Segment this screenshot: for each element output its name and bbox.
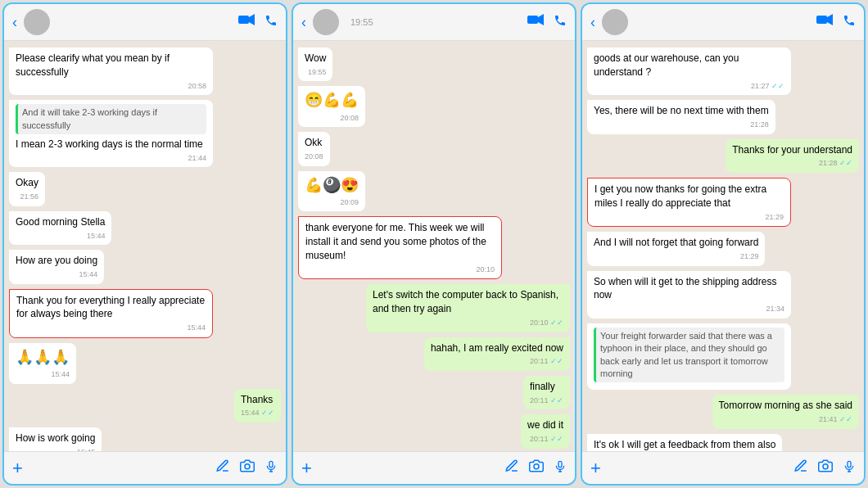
chat-footer: + <box>4 451 286 484</box>
message-row: hahah, I am really excited now20:11 ✓✓ <box>298 337 570 371</box>
message-time: 21:28 <box>594 120 769 130</box>
message-bubble: thank everyone for me. This week we will… <box>298 216 502 279</box>
read-ticks: ✓✓ <box>771 82 784 90</box>
chat-panel-1: ‹Please clearify what you mean by if suc… <box>2 2 287 486</box>
message-row: 💪🎱😍20:09 <box>298 171 570 212</box>
compose-icon[interactable] <box>215 459 230 478</box>
message-time: 20:10 <box>305 264 495 275</box>
video-call-icon[interactable] <box>816 14 833 30</box>
header-action-icons <box>527 14 567 30</box>
video-call-icon[interactable] <box>527 14 544 30</box>
message-text: Tomorrow morning as she said <box>719 399 852 413</box>
phone-call-icon[interactable] <box>554 14 567 30</box>
phone-call-icon[interactable] <box>843 14 856 30</box>
message-row: So when will it get to the shipping addr… <box>587 271 859 319</box>
phone-call-icon[interactable] <box>264 14 278 30</box>
message-bubble: finally20:11 ✓✓ <box>523 376 570 409</box>
svg-marker-7 <box>538 14 544 25</box>
microphone-icon[interactable] <box>264 459 278 478</box>
message-bubble: Tomorrow morning as she said21:41 ✓✓ <box>712 395 859 428</box>
message-text: Wow <box>305 52 326 66</box>
message-row: Let's switch the computer back to Spanis… <box>298 284 570 332</box>
chat-footer: + <box>582 451 864 484</box>
message-bubble: we did it20:11 ✓✓ <box>521 414 570 448</box>
read-ticks: ✓✓ <box>839 159 852 167</box>
svg-point-14 <box>823 463 828 468</box>
message-bubble: Please clearify what you mean by if succ… <box>9 47 213 95</box>
message-row: And I will not forget that going forward… <box>587 232 859 265</box>
message-text: Let's switch the computer back to Spanis… <box>373 288 563 316</box>
message-time: 20:08 <box>305 151 323 162</box>
svg-marker-1 <box>249 14 255 25</box>
quoted-message: Your freight forwarder said that there w… <box>594 328 784 383</box>
message-time: 21:29 <box>594 251 758 262</box>
message-row: How are you doing15:44 <box>9 250 281 283</box>
svg-marker-13 <box>827 14 833 25</box>
plus-button[interactable]: + <box>590 458 601 479</box>
message-text: 😁💪💪 <box>305 90 359 111</box>
message-row: Please clearify what you mean by if succ… <box>9 47 281 95</box>
svg-rect-6 <box>527 16 538 24</box>
message-text: And I will not forget that going forward <box>594 236 758 250</box>
read-ticks: ✓✓ <box>839 415 852 423</box>
svg-rect-0 <box>238 16 249 24</box>
compose-icon[interactable] <box>504 459 519 478</box>
message-time: 20:11 ✓✓ <box>431 356 563 367</box>
message-row: 🙏🙏🙏15:44 <box>9 343 281 384</box>
message-bubble: hahah, I am really excited now20:11 ✓✓ <box>424 337 570 371</box>
microphone-icon[interactable] <box>843 459 856 478</box>
message-time: 20:10 ✓✓ <box>373 318 563 328</box>
message-row: How is work going16:45 <box>9 427 281 451</box>
message-text: Okay <box>16 176 38 190</box>
message-text: How is work going <box>16 432 95 445</box>
chat-body: Please clearify what you mean by if succ… <box>4 41 286 451</box>
message-text: I mean 2-3 working days is the normal ti… <box>16 138 206 151</box>
message-text: Thank you for everything I really apprec… <box>16 294 206 322</box>
message-bubble: Thanks for your understand21:28 ✓✓ <box>726 139 859 173</box>
message-bubble: 💪🎱😍20:09 <box>298 171 365 212</box>
avatar <box>24 9 50 35</box>
message-row: Good morning Stella15:44 <box>9 211 281 245</box>
message-text: 💪🎱😍 <box>305 175 359 196</box>
message-time: 21:44 <box>16 153 206 164</box>
camera-icon[interactable] <box>240 459 255 478</box>
message-bubble: And it will take 2-3 working days if suc… <box>9 100 213 167</box>
microphone-icon[interactable] <box>554 459 567 478</box>
back-button[interactable]: ‹ <box>301 14 306 31</box>
footer-action-icons <box>215 459 278 478</box>
back-button[interactable]: ‹ <box>590 14 595 31</box>
message-row: goods at our warehouse, can you understa… <box>587 47 859 95</box>
message-text: It's ok I will get a feedback from them … <box>594 438 775 451</box>
video-call-icon[interactable] <box>238 14 255 30</box>
message-time: 20:58 <box>16 81 206 92</box>
message-time: 20:08 <box>305 113 359 124</box>
footer-action-icons <box>504 459 567 478</box>
plus-button[interactable]: + <box>12 458 23 479</box>
message-bubble: And I will not forget that going forward… <box>587 232 765 265</box>
message-bubble: It's ok I will get a feedback from them … <box>587 434 782 451</box>
message-text: thank everyone for me. This week we will… <box>305 221 495 262</box>
message-row: Okay21:56 <box>9 172 281 206</box>
chat-footer: + <box>293 451 575 484</box>
chat-header: ‹19:55 <box>293 4 575 41</box>
message-text: Thanks <box>241 393 274 407</box>
avatar <box>602 9 628 35</box>
message-time: 21:27 ✓✓ <box>594 81 784 92</box>
header-action-icons <box>238 14 278 30</box>
compose-icon[interactable] <box>793 459 808 478</box>
message-time: 15:44 <box>16 323 206 333</box>
message-bubble: Your freight forwarder said that there w… <box>587 323 791 391</box>
back-button[interactable]: ‹ <box>12 14 17 31</box>
message-time: 19:55 <box>305 67 326 78</box>
message-bubble: Okk20:08 <box>298 132 330 165</box>
message-row: Okk20:08 <box>298 132 570 165</box>
message-text: hahah, I am really excited now <box>431 341 563 355</box>
camera-icon[interactable] <box>818 459 833 478</box>
camera-icon[interactable] <box>529 459 544 478</box>
quoted-message: And it will take 2-3 working days if suc… <box>16 104 206 134</box>
message-bubble: I get you now thanks for going the extra… <box>587 178 791 227</box>
svg-rect-3 <box>269 461 273 467</box>
message-time: 15:44 ✓✓ <box>241 408 274 418</box>
plus-button[interactable]: + <box>301 458 312 479</box>
message-text: finally <box>530 380 563 394</box>
